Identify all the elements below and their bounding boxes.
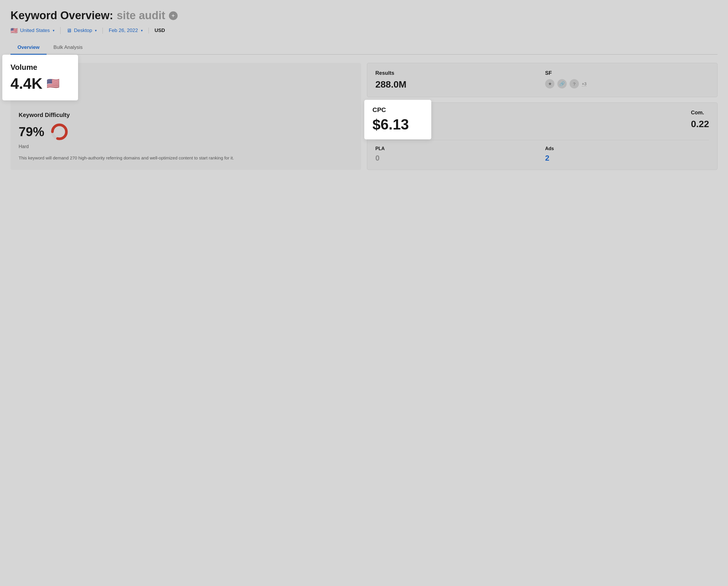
right-card: Results 288.0M SF ★ 🔗 ? +3 CPC xyxy=(367,63,718,170)
com-section: Com. 0.22 xyxy=(691,110,709,130)
com-value: 0.22 xyxy=(691,119,709,130)
ads-section: Ads 2 xyxy=(545,146,709,163)
country-filter[interactable]: 🇺🇸 United States ▾ xyxy=(10,27,60,34)
country-chevron-icon: ▾ xyxy=(53,28,54,33)
sf-icons-row: ★ 🔗 ? +3 xyxy=(545,79,709,88)
results-sf-row: Results 288.0M SF ★ 🔗 ? +3 xyxy=(375,70,709,90)
monitor-icon: 🖥 xyxy=(67,28,72,34)
date-chevron-icon: ▾ xyxy=(141,28,143,33)
pla-value: 0 xyxy=(375,154,539,163)
pla-section: PLA 0 xyxy=(375,146,539,163)
cpc-value: $6.13 xyxy=(372,116,423,133)
device-label: Desktop xyxy=(74,28,92,33)
pla-label: PLA xyxy=(375,146,539,151)
results-sf-card: Results 288.0M SF ★ 🔗 ? +3 xyxy=(367,63,718,97)
svg-point-2 xyxy=(55,127,64,136)
kd-description: This keyword will demand 270 high-author… xyxy=(19,155,353,161)
sf-label: SF xyxy=(545,70,709,76)
results-value: 288.0M xyxy=(375,79,539,90)
question-icon: ? xyxy=(570,79,579,88)
left-card: Volume 4.4K 🇺🇸 Keyword Difficulty 79% Ha… xyxy=(10,63,361,170)
currency-filter: USD xyxy=(155,28,171,33)
main-cards-layout: Volume 4.4K 🇺🇸 Keyword Difficulty 79% Ha… xyxy=(10,63,718,170)
country-flag: 🇺🇸 xyxy=(10,27,18,34)
results-section: Results 288.0M xyxy=(375,70,539,90)
device-filter[interactable]: 🖥 Desktop ▾ xyxy=(67,28,103,34)
ads-value: 2 xyxy=(545,154,709,163)
volume-flag-icon: 🇺🇸 xyxy=(47,77,60,89)
sf-section: SF ★ 🔗 ? +3 xyxy=(545,70,709,90)
filters-bar: 🇺🇸 United States ▾ 🖥 Desktop ▾ Feb 26, 2… xyxy=(10,27,718,34)
title-site-audit-part: site audit xyxy=(117,9,166,22)
com-label: Com. xyxy=(691,110,709,116)
ads-label: Ads xyxy=(545,146,709,151)
volume-value-row: 4.4K 🇺🇸 xyxy=(10,75,69,92)
kd-value-row: 79% xyxy=(19,123,353,141)
tab-bulk-analysis[interactable]: Bulk Analysis xyxy=(47,41,90,55)
kd-value: 79% xyxy=(19,125,44,139)
star-icon: ★ xyxy=(545,79,554,88)
country-label: United States xyxy=(20,28,50,33)
cpc-label: CPC xyxy=(372,106,423,114)
page-title: Keyword Overview: site audit + xyxy=(10,9,718,22)
kd-hard-label: Hard xyxy=(19,144,353,149)
kd-label: Keyword Difficulty xyxy=(19,112,353,118)
title-keyword-part: Keyword Overview: xyxy=(10,9,113,22)
device-chevron-icon: ▾ xyxy=(95,28,97,33)
date-filter[interactable]: Feb 26, 2022 ▾ xyxy=(109,28,149,33)
results-label: Results xyxy=(375,70,539,76)
pla-ads-grid: PLA 0 Ads 2 xyxy=(375,146,709,163)
add-keyword-button[interactable]: + xyxy=(169,11,178,20)
tabs-bar: Overview Bulk Analysis xyxy=(10,41,718,55)
date-label: Feb 26, 2022 xyxy=(109,28,138,33)
kd-donut-chart xyxy=(50,123,69,141)
link-icon: 🔗 xyxy=(557,79,567,88)
cpc-card: CPC $6.13 xyxy=(364,100,431,139)
sf-more-label[interactable]: +3 xyxy=(582,81,586,86)
volume-card: Volume 4.4K 🇺🇸 xyxy=(2,55,78,100)
cpc-com-card: CPC $6.13 Com. 0.22 PLA 0 Ads xyxy=(367,102,718,170)
currency-label: USD xyxy=(155,28,165,33)
volume-number: 4.4K xyxy=(10,75,43,92)
tab-overview[interactable]: Overview xyxy=(10,41,47,55)
volume-label: Volume xyxy=(10,63,69,72)
pla-ads-row: PLA 0 Ads 2 xyxy=(375,140,709,163)
